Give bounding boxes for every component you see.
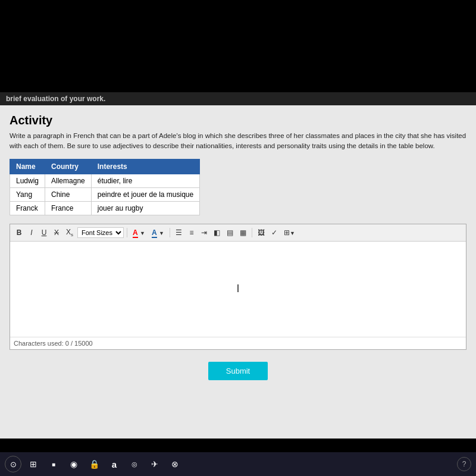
- editor-content-area[interactable]: I: [10, 242, 466, 337]
- classmates-table: Name Country Interests Ludwig Allemagne …: [10, 159, 200, 215]
- brief-eval-text: brief evaluation of your work.: [6, 95, 105, 103]
- dropdown-arrow-icon: ▼: [140, 230, 145, 236]
- checkmark-button[interactable]: ✓: [269, 227, 280, 238]
- cell-country-2: Chine: [45, 187, 92, 201]
- align-center-button[interactable]: ▤: [224, 227, 236, 238]
- taskbar-a-icon[interactable]: a: [106, 456, 123, 472]
- indent-button[interactable]: ⇥: [199, 227, 209, 238]
- toolbar-separator: [127, 228, 127, 237]
- underline-button[interactable]: U: [39, 227, 49, 238]
- activity-title: Activity: [10, 114, 466, 127]
- table-row: Ludwig Allemagne étudier, lire: [10, 174, 200, 187]
- align-right-button[interactable]: ▦: [237, 227, 249, 238]
- cell-name-3: Franck: [10, 201, 45, 215]
- taskbar-plane-icon[interactable]: ✈: [146, 456, 163, 472]
- col-header-interests: Interests: [91, 159, 199, 174]
- top-black-area: [0, 0, 476, 92]
- cell-interests-2: peindre et jouer de la musique: [91, 187, 199, 201]
- cell-name-1: Ludwig: [10, 174, 45, 187]
- ordered-list-button[interactable]: ≡: [186, 227, 197, 238]
- taskbar-windows-icon[interactable]: ■: [45, 456, 62, 472]
- cell-interests-3: jouer au rugby: [91, 201, 199, 215]
- editor-toolbar: B I U X Xs Font Sizes 8 10 12 14 A ▼ A ▼: [10, 224, 466, 242]
- highlight-a-icon: A: [152, 228, 157, 238]
- cell-name-2: Yang: [10, 187, 45, 201]
- unordered-list-button[interactable]: ☰: [173, 227, 184, 238]
- col-header-name: Name: [10, 159, 45, 174]
- taskbar-lock-icon[interactable]: 🔒: [86, 456, 102, 472]
- table-row: Franck France jouer au rugby: [10, 201, 200, 215]
- main-content: Activity Write a paragraph in French tha…: [0, 105, 476, 439]
- cell-interests-1: étudier, lire: [91, 174, 199, 187]
- brief-eval-bar: brief evaluation of your work.: [0, 92, 476, 105]
- taskbar: ⊙ ⊞ ■ ◉ 🔒 a ◎ ✈ ⊗ ?: [0, 452, 476, 476]
- rich-text-editor[interactable]: B I U X Xs Font Sizes 8 10 12 14 A ▼ A ▼: [10, 224, 466, 350]
- font-size-select[interactable]: Font Sizes 8 10 12 14: [77, 227, 124, 238]
- table-insert-button[interactable]: ⊞▼: [281, 227, 298, 238]
- taskbar-grid-icon[interactable]: ⊞: [25, 456, 42, 472]
- subscript-button[interactable]: Xs: [64, 227, 76, 239]
- cell-country-3: France: [45, 201, 92, 215]
- cell-country-1: Allemagne: [45, 174, 92, 187]
- character-count: Characters used: 0 / 15000: [10, 337, 466, 349]
- submit-row: Submit: [10, 362, 466, 380]
- taskbar-search-icon[interactable]: ⊙: [5, 456, 21, 472]
- taskbar-question-icon[interactable]: ?: [457, 457, 471, 471]
- bold-button[interactable]: B: [14, 227, 24, 238]
- image-insert-button[interactable]: 🖼: [255, 227, 267, 238]
- italic-button[interactable]: I: [26, 227, 37, 238]
- strikethrough-button[interactable]: X: [51, 227, 62, 238]
- dropdown-arrow2-icon: ▼: [159, 230, 164, 236]
- submit-button[interactable]: Submit: [208, 362, 268, 380]
- taskbar-circle-icon[interactable]: ⊗: [167, 456, 183, 472]
- toolbar-separator2: [170, 228, 170, 237]
- taskbar-tripadvisor-icon[interactable]: ◎: [126, 456, 143, 472]
- align-left-button[interactable]: ◧: [211, 227, 223, 238]
- activity-description: Write a paragraph in French that can be …: [10, 131, 466, 152]
- font-color-button[interactable]: A ▼: [130, 227, 148, 238]
- text-cursor: I: [236, 283, 239, 295]
- col-header-country: Country: [45, 159, 92, 174]
- font-color-a-icon: A: [133, 228, 138, 238]
- table-row: Yang Chine peindre et jouer de la musiqu…: [10, 187, 200, 201]
- taskbar-chrome-icon[interactable]: ◉: [65, 456, 82, 472]
- highlight-color-button[interactable]: A ▼: [149, 227, 167, 238]
- toolbar-separator3: [252, 228, 252, 237]
